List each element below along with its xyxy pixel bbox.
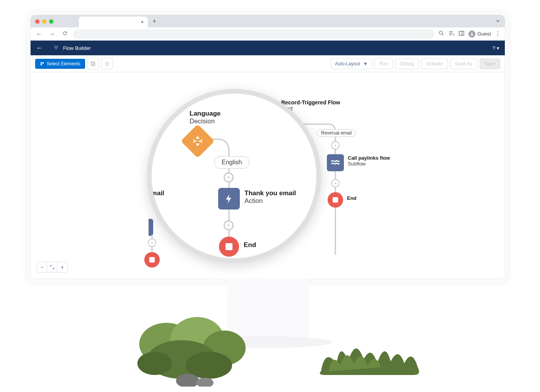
svg-point-4 [471,32,473,34]
partial-action-node [149,219,153,236]
decision-label: Language Decision [190,110,220,125]
profile-chip[interactable]: Guest [468,31,491,37]
svg-line-1 [442,34,443,35]
mag-left-peek-text: k you email [147,189,164,197]
svg-point-0 [439,31,443,34]
nav-forward-icon[interactable]: → [48,30,57,38]
end-node-left[interactable] [144,252,160,268]
magnifier-lens: Language Decision English + Thank you em… [147,89,321,263]
browser-menu-icon[interactable]: ⋮ [495,30,501,37]
browser-tabstrip: × + [31,15,505,27]
browser-tab[interactable]: × [79,17,148,27]
app-header: ← Flow Builder ? ▾ [31,41,505,55]
fullscreen-window-dot[interactable] [49,19,53,24]
mag-plus-2[interactable]: + [224,220,234,230]
search-icon[interactable] [438,30,444,37]
guest-label: Guest [477,31,491,37]
mag-end-label: End [244,241,256,249]
zoom-out-button[interactable]: − [37,262,47,272]
subflow-sub: Subflow [348,161,390,167]
svg-point-19 [197,378,214,387]
activate-button[interactable]: Activate [421,58,448,69]
svg-point-16 [137,352,172,375]
zoom-controls: − + [37,262,68,273]
select-elements-label: Select Elements [47,61,80,66]
decision-title: Language [190,110,220,118]
save-button[interactable]: Save [480,58,500,69]
select-elements-button[interactable]: Select Elements [35,59,85,69]
browser-urlbar: ← → Guest ⋮ [31,27,505,41]
svg-rect-5 [41,62,42,64]
app-back-icon[interactable]: ← [36,44,43,52]
panel-icon[interactable] [458,30,465,37]
chevron-down-icon: ▼ [363,61,368,66]
new-tab-button[interactable]: + [152,17,157,26]
nav-back-icon[interactable]: ← [34,30,44,38]
subflow-node[interactable] [327,154,344,171]
minimize-window-dot[interactable] [42,19,46,24]
add-node-plus-2[interactable]: + [331,179,340,187]
reload-icon[interactable] [61,30,69,38]
add-node-plus-1[interactable]: + [331,141,340,150]
partial-plus[interactable]: + [148,239,156,247]
app-title: Flow Builder [63,45,91,51]
settings-button[interactable] [101,58,113,70]
end-text-right: End [347,195,357,201]
close-tab-icon[interactable]: × [141,19,144,25]
subflow-label: Call paylinks flow Subflow [348,155,390,167]
end-label-right: End [347,195,357,201]
mag-plus-1[interactable]: + [224,172,234,182]
layout-mode-label: Auto-Layout [335,61,360,66]
action-title: Thank you email [244,189,296,197]
right-bush-decor [317,325,426,379]
address-bar[interactable] [73,29,434,39]
action-sub: Action [244,197,296,205]
svg-rect-7 [41,64,42,65]
builder-toolbar: Select Elements Auto-Layout ▼ Run Debug … [31,55,505,72]
svg-rect-9 [91,61,94,65]
svg-point-10 [106,63,108,65]
mag-end-node[interactable] [219,237,239,257]
layout-mode-select[interactable]: Auto-Layout ▼ [331,58,372,69]
mag-end-text: End [244,241,256,249]
copy-button[interactable] [87,58,99,70]
help-icon[interactable]: ? ▾ [492,45,499,51]
close-window-dot[interactable] [35,19,39,24]
mag-left-peek: k you email [147,189,164,197]
reversal-branch-label[interactable]: Reversal email [317,129,356,137]
zoom-in-button[interactable]: + [57,262,67,272]
subflow-title: Call paylinks flow [348,155,390,161]
action-label: Thank you email Action [244,189,296,205]
window-traffic-lights [35,19,53,24]
flow-builder-icon [53,44,59,52]
avatar-icon [468,31,475,37]
action-node[interactable] [218,188,240,210]
debug-button[interactable]: Debug [395,58,419,69]
end-node-right[interactable] [328,192,343,208]
svg-rect-8 [92,63,95,66]
svg-rect-6 [43,62,44,64]
reading-list-icon[interactable] [448,30,455,37]
zoom-fit-button[interactable] [47,262,57,272]
decision-sub: Decision [190,118,220,125]
left-bush-decor [132,305,255,387]
tab-dropdown-icon[interactable] [496,18,500,25]
svg-rect-2 [459,31,464,36]
save-as-button[interactable]: Save As [450,58,477,69]
run-button[interactable]: Run [374,58,393,69]
branch-pill[interactable]: English [214,156,249,169]
